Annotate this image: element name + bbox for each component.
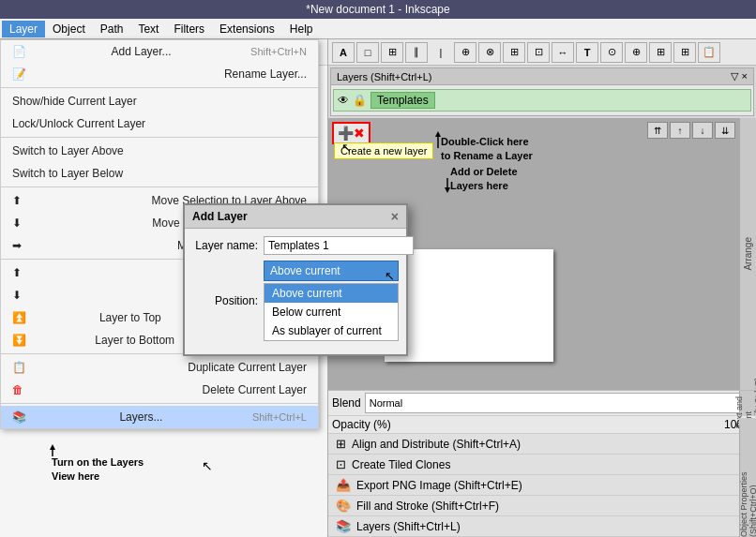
accordion-layers[interactable]: 📚 Layers (Shift+Ctrl+L) ▲ bbox=[328, 516, 756, 537]
tb-cross[interactable]: ⊕ bbox=[625, 42, 647, 63]
fill-stroke-icon: 🎨 bbox=[336, 499, 351, 513]
menu-text[interactable]: Text bbox=[130, 21, 166, 37]
cursor-layers: ↖ bbox=[202, 458, 213, 473]
svg-marker-7 bbox=[445, 187, 450, 193]
tb-clone[interactable]: ⊡ bbox=[527, 42, 550, 63]
move-below-icon: ⬇ bbox=[12, 216, 22, 230]
menu-help[interactable]: Help bbox=[282, 21, 321, 37]
position-options: Above current Below current As sublayer … bbox=[264, 283, 399, 341]
position-selected[interactable]: Above current bbox=[264, 261, 399, 281]
export-png-icon: 📤 bbox=[336, 478, 351, 492]
menu-duplicate-layer[interactable]: 📋 Duplicate Current Layer bbox=[1, 356, 318, 379]
tb-grid2[interactable]: ⊞ bbox=[503, 42, 525, 63]
layer-controls-row: ➕ ✖ Create a new layer ↖ ⇈ ↑ ↓ ⇊ bbox=[332, 122, 735, 144]
cursor-dialog: ↖ bbox=[385, 269, 395, 283]
layer-name-input[interactable] bbox=[264, 236, 414, 255]
layers-panel-content: 👁 🔒 Templates bbox=[331, 85, 753, 115]
title-bar: *New document 1 - Inkscape bbox=[0, 0, 756, 19]
tb-text-tool[interactable]: A bbox=[332, 42, 355, 63]
menu-add-layer[interactable]: 📄 Add Layer... Shift+Ctrl+N bbox=[1, 40, 318, 63]
menu-lock-unlock[interactable]: Lock/Unlock Current Layer bbox=[1, 112, 318, 135]
separator-2 bbox=[1, 137, 318, 138]
object-properties-label: Object Properties (Shift+Ctrl+O) bbox=[739, 425, 757, 537]
tb-grid3[interactable]: ⊞ bbox=[649, 42, 672, 63]
text-font-side-tab: Text and Font (Shift+Ctrl+T) bbox=[739, 391, 756, 415]
layers-accordion-label: Layers (Shift+Ctrl+L) bbox=[356, 520, 461, 533]
tiled-clones-icon: ⊡ bbox=[336, 457, 346, 471]
dialog-body: Layer name: Position: Above current Abov… bbox=[185, 229, 406, 354]
position-below[interactable]: Below current bbox=[265, 303, 398, 321]
layer-move-up-btn[interactable]: ↑ bbox=[670, 122, 690, 139]
tb-grid[interactable]: ⊞ bbox=[381, 42, 403, 63]
layer-name-row: Layer name: bbox=[192, 236, 399, 255]
fill-stroke-label: Fill and Stroke (Shift+Ctrl+F) bbox=[356, 500, 499, 513]
duplicate-label: Duplicate Current Layer bbox=[188, 361, 307, 374]
layer-move-down-btn[interactable]: ↓ bbox=[692, 122, 713, 139]
menu-path[interactable]: Path bbox=[93, 21, 131, 37]
menu-switch-below[interactable]: Switch to Layer Below bbox=[1, 162, 318, 185]
layers-close-btn[interactable]: × bbox=[742, 70, 748, 82]
main-layout: ↖ ◇ 🔍 □ ○ ★ ✒ ✏ T 🪣 📄 Add Layer... Shift… bbox=[0, 39, 756, 537]
position-row: Position: Above current Above current Be… bbox=[192, 261, 399, 341]
tb-zoom-out[interactable]: ⊕ bbox=[454, 42, 476, 63]
lower-layer-icon: ⬇ bbox=[12, 289, 22, 302]
accordion-tiled-clones[interactable]: ⊡ Create Tiled Clones ▲ bbox=[328, 455, 756, 475]
menu-layers-dialog[interactable]: 📚 Layers... Shift+Ctrl+L bbox=[1, 406, 318, 428]
add-layer-btn[interactable]: ➕ bbox=[338, 126, 354, 141]
delete-label: Delete Current Layer bbox=[203, 383, 307, 396]
position-above[interactable]: Above current bbox=[265, 284, 398, 303]
svg-marker-3 bbox=[50, 444, 55, 450]
layer-move-to-bottom-btn[interactable]: ⇊ bbox=[715, 122, 735, 139]
menu-rename-layer[interactable]: 📝 Rename Layer... bbox=[1, 63, 318, 85]
accordion-align[interactable]: ⊞ Align and Distribute (Shift+Ctrl+A) ▲ bbox=[328, 434, 756, 455]
drawing-canvas[interactable] bbox=[385, 249, 553, 362]
menu-extensions[interactable]: Extensions bbox=[212, 21, 282, 37]
menu-switch-above[interactable]: Switch to Layer Above bbox=[1, 140, 318, 162]
tb-parallel[interactable]: ∥ bbox=[405, 42, 428, 63]
layer-move-to-top-btn[interactable]: ⇈ bbox=[647, 122, 668, 139]
cursor-new-layer: ↖ bbox=[341, 141, 352, 155]
menu-object[interactable]: Object bbox=[45, 21, 93, 37]
position-sublayer[interactable]: As sublayer of current bbox=[265, 321, 398, 340]
delete-layer-btn[interactable]: ✖ bbox=[354, 126, 365, 141]
tb-grid4[interactable]: ⊞ bbox=[673, 42, 696, 63]
switch-below-label: Switch to Layer Below bbox=[12, 167, 123, 180]
annotation-add-delete: Add or DeleteLayers here bbox=[450, 165, 518, 194]
layer-visibility-icon[interactable]: 👁 bbox=[338, 94, 349, 107]
menu-bar: Layer Object Path Text Filters Extension… bbox=[0, 19, 756, 39]
tb-flip-h[interactable]: ↔ bbox=[552, 42, 574, 63]
add-layer-label: Add Layer... bbox=[112, 45, 172, 58]
menu-show-hide[interactable]: Show/hide Current Layer bbox=[1, 90, 318, 112]
menu-filters[interactable]: Filters bbox=[166, 21, 212, 37]
tb-rect-tool[interactable]: □ bbox=[356, 42, 379, 63]
tb-zoom-in[interactable]: ⊗ bbox=[478, 42, 501, 63]
separator-3 bbox=[1, 186, 318, 187]
lock-unlock-label: Lock/Unlock Current Layer bbox=[12, 117, 145, 130]
accordion-fill-stroke[interactable]: 🎨 Fill and Stroke (Shift+Ctrl+F) ▲ bbox=[328, 496, 756, 516]
object-properties-side-tab: Object Properties (Shift+Ctrl+O) bbox=[739, 425, 756, 537]
opacity-label: Opacity (%) bbox=[332, 418, 711, 431]
accordion-export-png[interactable]: 📤 Export PNG Image (Shift+Ctrl+E) ▲ bbox=[328, 475, 756, 496]
tb-text[interactable]: T bbox=[576, 42, 598, 63]
tb-circle[interactable]: ⊙ bbox=[600, 42, 623, 63]
add-layer-dialog: Add Layer × Layer name: Position: Above … bbox=[183, 203, 408, 356]
arrow-add-delete bbox=[441, 176, 454, 195]
dialog-title-text: Add Layer bbox=[192, 210, 248, 223]
layers-panel: Layers (Shift+Ctrl+L) ▽ × 👁 🔒 Templates bbox=[330, 67, 754, 116]
blend-mode-dropdown[interactable]: Normal bbox=[365, 393, 752, 413]
layers-header-buttons: ▽ × bbox=[731, 70, 748, 82]
layers-panel-title: Layers (Shift+Ctrl+L) bbox=[337, 71, 431, 82]
layer-to-bottom-label: Layer to Bottom bbox=[95, 334, 174, 347]
layer-to-top-icon: ⏫ bbox=[12, 311, 26, 324]
layer-lock-icon[interactable]: 🔒 bbox=[353, 94, 367, 107]
move-to-icon: ➡ bbox=[12, 239, 22, 252]
menu-layer[interactable]: Layer bbox=[2, 21, 45, 37]
dialog-close-button[interactable]: × bbox=[391, 209, 399, 224]
blend-mode-row: Blend Normal Text and Font (Shift+Ctrl+T… bbox=[328, 391, 756, 416]
separator-1 bbox=[1, 87, 318, 88]
menu-delete-layer[interactable]: 🗑 Delete Current Layer bbox=[1, 379, 318, 401]
raise-layer-icon: ⬆ bbox=[12, 266, 22, 279]
switch-above-label: Switch to Layer Above bbox=[12, 144, 124, 157]
layers-collapse-btn[interactable]: ▽ bbox=[731, 70, 738, 82]
tb-copy[interactable]: 📋 bbox=[698, 42, 720, 63]
